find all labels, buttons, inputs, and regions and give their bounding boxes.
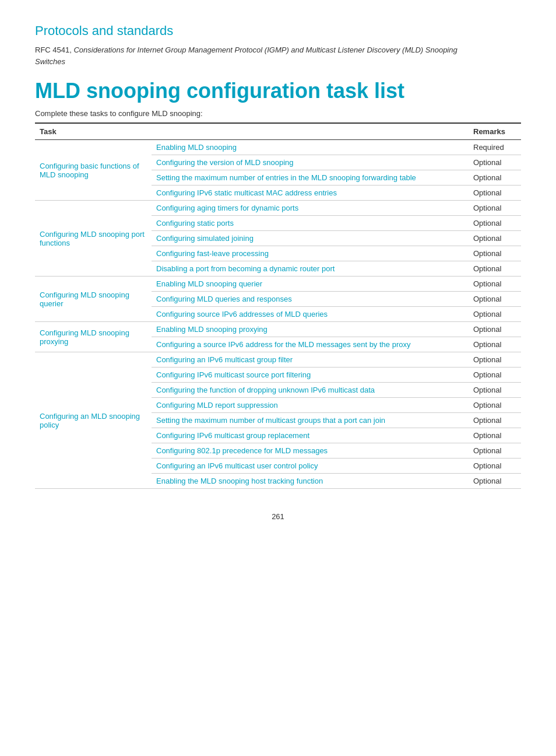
task-link[interactable]: Configuring MLD report suppression xyxy=(152,398,469,413)
task-link[interactable]: Configuring 802.1p precedence for MLD me… xyxy=(152,443,469,459)
task-link[interactable]: Configuring an IPv6 multicast user contr… xyxy=(152,459,469,474)
task-link[interactable]: Configuring the function of dropping unk… xyxy=(152,383,469,398)
table-row: Configuring MLD snooping port functionsC… xyxy=(35,201,521,216)
remarks-cell: Optional xyxy=(469,428,521,443)
remarks-cell: Optional xyxy=(469,276,521,292)
protocols-text: RFC 4541, Considerations for Internet Gr… xyxy=(35,44,490,67)
task-link[interactable]: Configuring the version of MLD snooping xyxy=(152,155,469,170)
task-link[interactable]: Configuring MLD queries and responses xyxy=(152,292,469,307)
task-link[interactable]: Configuring fast-leave processing xyxy=(152,246,469,261)
task-link[interactable]: Configuring a source IPv6 address for th… xyxy=(152,337,469,352)
remarks-cell: Optional xyxy=(469,383,521,398)
remarks-cell: Optional xyxy=(469,186,521,201)
task-group-label[interactable]: Configuring basic functions of MLD snoop… xyxy=(35,140,152,201)
task-group-label[interactable]: Configuring MLD snooping port functions xyxy=(35,201,152,276)
protocols-title: Protocols and standards xyxy=(35,23,521,38)
table-row: Configuring MLD snooping proxyingEnablin… xyxy=(35,322,521,337)
protocols-italic: Considerations for Internet Group Manage… xyxy=(35,46,458,66)
task-group-label[interactable]: Configuring an MLD snooping policy xyxy=(35,352,152,489)
remarks-cell: Optional xyxy=(469,155,521,170)
remarks-cell: Optional xyxy=(469,352,521,368)
task-link[interactable]: Configuring static ports xyxy=(152,216,469,231)
col-header-remarks: Remarks xyxy=(469,123,521,140)
remarks-cell: Optional xyxy=(469,261,521,276)
table-row: Configuring an MLD snooping policyConfig… xyxy=(35,352,521,368)
main-title: MLD snooping configuration task list xyxy=(35,79,521,103)
remarks-cell: Required xyxy=(469,140,521,155)
task-link[interactable]: Disabling a port from becoming a dynamic… xyxy=(152,261,469,276)
task-table: Task Remarks Configuring basic functions… xyxy=(35,123,521,489)
table-row: Configuring basic functions of MLD snoop… xyxy=(35,140,521,155)
remarks-cell: Optional xyxy=(469,231,521,246)
remarks-cell: Optional xyxy=(469,292,521,307)
task-link[interactable]: Setting the maximum number of entries in… xyxy=(152,170,469,186)
task-group-label[interactable]: Configuring MLD snooping querier xyxy=(35,276,152,322)
task-link[interactable]: Enabling MLD snooping xyxy=(152,140,469,155)
page-number: 261 xyxy=(35,512,521,521)
task-link[interactable]: Configuring IPv6 multicast group replace… xyxy=(152,428,469,443)
task-link[interactable]: Configuring an IPv6 multicast group filt… xyxy=(152,352,469,368)
remarks-cell: Optional xyxy=(469,474,521,489)
remarks-cell: Optional xyxy=(469,246,521,261)
table-row: Configuring MLD snooping querierEnabling… xyxy=(35,276,521,292)
task-link[interactable]: Enabling MLD snooping querier xyxy=(152,276,469,292)
remarks-cell: Optional xyxy=(469,459,521,474)
remarks-cell: Optional xyxy=(469,443,521,459)
intro-text: Complete these tasks to configure MLD sn… xyxy=(35,109,521,118)
remarks-cell: Optional xyxy=(469,413,521,428)
remarks-cell: Optional xyxy=(469,337,521,352)
col-header-task-detail xyxy=(152,123,469,140)
task-link[interactable]: Enabling MLD snooping proxying xyxy=(152,322,469,337)
remarks-cell: Optional xyxy=(469,170,521,186)
protocols-section: Protocols and standards RFC 4541, Consid… xyxy=(35,23,521,67)
task-link[interactable]: Configuring aging timers for dynamic por… xyxy=(152,201,469,216)
protocols-rfc: RFC 4541, xyxy=(35,46,73,54)
task-link[interactable]: Configuring source IPv6 addresses of MLD… xyxy=(152,307,469,322)
task-link[interactable]: Enabling the MLD snooping host tracking … xyxy=(152,474,469,489)
task-link[interactable]: Configuring simulated joining xyxy=(152,231,469,246)
remarks-cell: Optional xyxy=(469,216,521,231)
remarks-cell: Optional xyxy=(469,368,521,383)
task-group-label[interactable]: Configuring MLD snooping proxying xyxy=(35,322,152,352)
remarks-cell: Optional xyxy=(469,322,521,337)
task-link[interactable]: Configuring IPv6 multicast source port f… xyxy=(152,368,469,383)
task-link[interactable]: Setting the maximum number of multicast … xyxy=(152,413,469,428)
remarks-cell: Optional xyxy=(469,398,521,413)
col-header-task: Task xyxy=(35,123,152,140)
remarks-cell: Optional xyxy=(469,201,521,216)
task-link[interactable]: Configuring IPv6 static multicast MAC ad… xyxy=(152,186,469,201)
remarks-cell: Optional xyxy=(469,307,521,322)
